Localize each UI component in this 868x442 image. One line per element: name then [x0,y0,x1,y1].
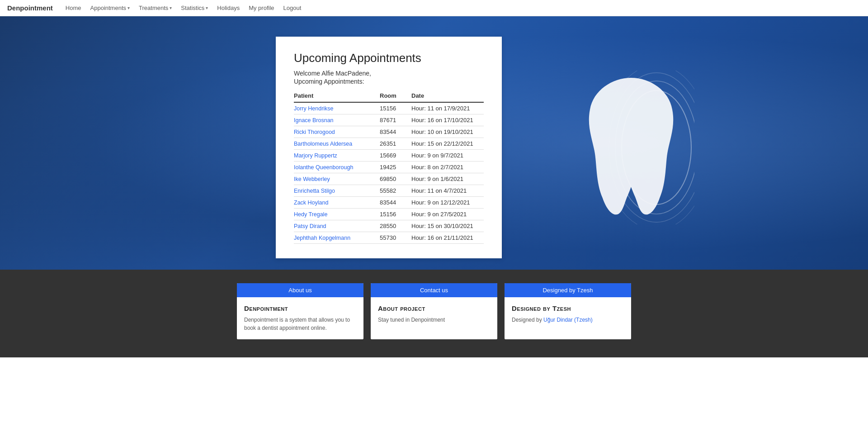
cell-patient: Ignace Brosnan [294,114,380,126]
cell-patient: Patsy Dirand [294,220,380,232]
table-row: Jorry Hendrikse15156Hour: 11 on 17/9/202… [294,102,484,114]
cell-date: Hour: 9 on 1/6/2021 [411,173,484,185]
footer-card-designer-body: Designed by Tzesh Designed by Uğur Dinda… [505,297,631,331]
cell-patient: Ricki Thorogood [294,126,380,138]
cell-date: Hour: 8 on 2/7/2021 [411,162,484,173]
upcoming-label: Upcoming Appointments: [294,78,484,85]
cell-patient: Zack Hoyland [294,197,380,209]
cell-date: Hour: 9 on 27/5/2021 [411,209,484,220]
table-row: Marjory Ruppertz15669Hour: 9 on 9/7/2021 [294,150,484,162]
cell-room: 26351 [380,138,411,150]
table-row: Hedy Tregale15156Hour: 9 on 27/5/2021 [294,209,484,220]
hero-section: Upcoming Appointments Welcome Alfie MacP… [0,16,868,270]
table-row: Iolanthe Queenborough19425Hour: 8 on 2/7… [294,162,484,173]
chevron-down-icon: ▾ [206,5,208,10]
patient-link[interactable]: Ricki Thorogood [294,129,335,135]
nav-links: Home Appointments ▾ Treatments ▾ Statist… [62,3,305,13]
cell-date: Hour: 9 on 12/12/2021 [411,197,484,209]
footer-card-designer: Designed by Tzesh Designed by Tzesh Desi… [505,283,631,339]
patient-link[interactable]: Enrichetta Stilgo [294,188,335,194]
cell-room: 55582 [380,185,411,197]
nav-link-statistics[interactable]: Statistics ▾ [177,3,212,13]
footer-card-about-title: Denpointment [244,304,356,312]
cell-patient: Jorry Hendrikse [294,102,380,114]
footer-card-designer-header: Designed by Tzesh [505,283,631,297]
nav-link-myprofile[interactable]: My profile [245,3,278,13]
cell-date: Hour: 11 on 17/9/2021 [411,102,484,114]
nav-link-treatments[interactable]: Treatments ▾ [135,3,175,13]
patient-link[interactable]: Marjory Ruppertz [294,152,337,159]
cell-patient: Jephthah Kopgelmann [294,232,380,244]
patient-link[interactable]: Ignace Brosnan [294,117,334,124]
footer-card-contact: Contact us About project Stay tuned in D… [371,283,497,339]
patient-link[interactable]: Jephthah Kopgelmann [294,235,350,241]
footer-card-contact-text: Stay tuned in Denpointment [378,316,490,324]
footer-card-designer-title: Designed by Tzesh [512,304,624,312]
cell-patient: Ike Webberley [294,173,380,185]
appointments-card: Upcoming Appointments Welcome Alfie MacP… [276,37,502,258]
footer-card-contact-body: About project Stay tuned in Denpointment [371,297,497,331]
patient-link[interactable]: Patsy Dirand [294,223,326,229]
patient-link[interactable]: Ike Webberley [294,176,330,182]
table-row: Ike Webberley69850Hour: 9 on 1/6/2021 [294,173,484,185]
nav-link-logout[interactable]: Logout [280,3,305,13]
table-row: Bartholomeus Aldersea26351Hour: 15 on 22… [294,138,484,150]
nav-link-appointments[interactable]: Appointments ▾ [87,3,134,13]
footer-card-about-header: About us [237,283,363,297]
col-header-patient: Patient [294,90,380,102]
appointments-table: Patient Room Date Jorry Hendrikse15156Ho… [294,90,484,244]
navbar: Denpointment Home Appointments ▾ Treatme… [0,0,868,16]
nav-item-myprofile: My profile [245,3,278,13]
cell-room: 15156 [380,209,411,220]
nav-link-holidays[interactable]: Holidays [213,3,243,13]
cell-room: 83544 [380,126,411,138]
cell-room: 69850 [380,173,411,185]
cell-patient: Bartholomeus Aldersea [294,138,380,150]
patient-link[interactable]: Zack Hoyland [294,200,328,206]
footer-card-about: About us Denpointment Denpointment is a … [237,283,363,339]
nav-item-treatments: Treatments ▾ [135,3,175,13]
patient-link[interactable]: Bartholomeus Aldersea [294,141,352,147]
footer: About us Denpointment Denpointment is a … [0,270,868,357]
tooth-illustration [568,71,694,215]
nav-item-home: Home [62,3,85,13]
cell-date: Hour: 16 on 21/11/2021 [411,232,484,244]
footer-card-about-text: Denpointment is a system that allows you… [244,316,356,332]
cell-date: Hour: 9 on 9/7/2021 [411,150,484,162]
cell-patient: Hedy Tregale [294,209,380,220]
cell-date: Hour: 16 on 17/10/2021 [411,114,484,126]
footer-designer-link[interactable]: Uğur Dindar (Tzesh) [543,317,593,323]
table-row: Jephthah Kopgelmann55730Hour: 16 on 21/1… [294,232,484,244]
cell-date: Hour: 15 on 22/12/2021 [411,138,484,150]
cell-room: 15156 [380,102,411,114]
cell-patient: Iolanthe Queenborough [294,162,380,173]
footer-card-designer-text: Designed by Uğur Dindar (Tzesh) [512,316,624,324]
footer-cards: About us Denpointment Denpointment is a … [231,283,637,339]
chevron-down-icon: ▾ [170,5,172,10]
cell-room: 28550 [380,220,411,232]
cell-patient: Enrichetta Stilgo [294,185,380,197]
nav-item-statistics: Statistics ▾ [177,3,212,13]
cell-date: Hour: 11 on 4/7/2021 [411,185,484,197]
welcome-text: Welcome Alfie MacPadene, [294,70,484,77]
patient-link[interactable]: Jorry Hendrikse [294,105,334,112]
cell-date: Hour: 15 on 30/10/2021 [411,220,484,232]
cell-room: 19425 [380,162,411,173]
table-row: Ricki Thorogood83544Hour: 10 on 19/10/20… [294,126,484,138]
cell-patient: Marjory Ruppertz [294,150,380,162]
cell-room: 55730 [380,232,411,244]
patient-link[interactable]: Iolanthe Queenborough [294,164,353,171]
navbar-brand[interactable]: Denpointment [7,4,53,12]
footer-card-about-body: Denpointment Denpointment is a system th… [237,297,363,339]
col-header-date: Date [411,90,484,102]
page-title: Upcoming Appointments [294,51,484,65]
cell-room: 87671 [380,114,411,126]
chevron-down-icon: ▾ [127,5,130,10]
footer-designed-prefix: Designed by [512,317,543,323]
col-header-room: Room [380,90,411,102]
cell-room: 15669 [380,150,411,162]
table-row: Enrichetta Stilgo55582Hour: 11 on 4/7/20… [294,185,484,197]
cell-room: 83544 [380,197,411,209]
nav-link-home[interactable]: Home [62,3,85,13]
patient-link[interactable]: Hedy Tregale [294,211,327,218]
